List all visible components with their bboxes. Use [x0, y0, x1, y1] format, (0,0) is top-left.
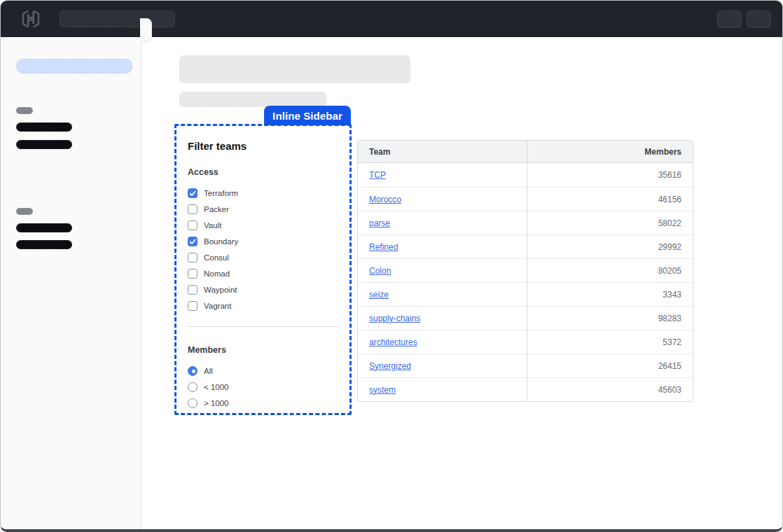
sidebar-section-label-skeleton	[16, 107, 33, 114]
sidebar-item-skeleton[interactable]	[16, 240, 72, 249]
page-subtitle-skeleton	[179, 92, 326, 107]
access-checkbox-row[interactable]: Boundary	[188, 233, 338, 249]
navbar-action-skeleton[interactable]	[717, 10, 742, 28]
checkbox[interactable]	[188, 285, 198, 295]
members-value: 5372	[663, 337, 681, 347]
checkbox-label: Vault	[204, 221, 221, 230]
team-cell: seize	[358, 283, 527, 306]
checkbox-label: Packer	[204, 205, 229, 214]
access-checkbox-row[interactable]: Terraform	[188, 185, 338, 201]
team-link[interactable]: Refined	[369, 242, 398, 252]
checkbox-label: Waypoint	[204, 286, 237, 294]
radio-button[interactable]	[188, 366, 198, 376]
table-header-members: Members	[527, 141, 693, 162]
members-value: 80205	[658, 266, 681, 276]
table-row: TCP 35616	[358, 163, 693, 187]
navbar-search-skeleton[interactable]	[60, 10, 175, 27]
team-cell: architectures	[358, 330, 527, 354]
table-row: system 45603	[358, 377, 693, 401]
members-cell: 35616	[527, 163, 693, 187]
access-checkbox-row[interactable]: Vagrant	[188, 298, 338, 314]
members-value: 58022	[658, 218, 681, 228]
team-link[interactable]: parse	[369, 218, 390, 228]
members-value: 29992	[658, 242, 681, 252]
team-cell: Colon	[358, 259, 527, 282]
radio-label: < 1000	[204, 383, 229, 391]
checkbox[interactable]	[188, 220, 198, 230]
radio-button[interactable]	[188, 398, 198, 408]
access-checkbox-row[interactable]: Nomad	[188, 265, 338, 281]
main-content: Inline Sidebar Filter teams Access Terra…	[141, 37, 782, 529]
team-cell: system	[358, 378, 527, 401]
team-link[interactable]: Synergized	[369, 361, 411, 371]
members-cell: 58022	[527, 211, 693, 234]
access-checkbox-row[interactable]: Waypoint	[188, 281, 338, 298]
table-row: Synergized 26415	[358, 354, 693, 377]
members-value: 26415	[658, 361, 681, 371]
sidebar-item-skeleton[interactable]	[16, 223, 72, 232]
team-cell: Synergized	[358, 354, 527, 377]
table-row: parse 58022	[358, 211, 693, 234]
members-radio-row[interactable]: < 1000	[188, 379, 338, 395]
navbar-action-skeleton[interactable]	[747, 10, 771, 28]
checkbox[interactable]	[188, 188, 198, 198]
access-checkbox-row[interactable]: Vault	[188, 217, 338, 233]
team-link[interactable]: supply-chains	[369, 314, 420, 323]
app-window: Inline Sidebar Filter teams Access Terra…	[0, 0, 783, 532]
sidebar-section-label-skeleton	[16, 208, 33, 215]
check-icon	[189, 239, 196, 244]
members-cell: 3343	[527, 283, 693, 306]
radio-button[interactable]	[188, 382, 198, 392]
team-cell: TCP	[358, 163, 527, 187]
access-section-label: Access	[188, 167, 338, 177]
sidebar-item-skeleton[interactable]	[16, 140, 72, 149]
team-cell: parse	[358, 211, 527, 234]
access-checkbox-row[interactable]: Consul	[188, 249, 338, 265]
checkbox-label: Consul	[204, 253, 229, 262]
table-header-row: Team Members	[358, 141, 693, 163]
access-checkbox-row[interactable]: Packer	[188, 201, 338, 217]
members-section-label: Members	[188, 345, 338, 355]
sidebar-item-skeleton[interactable]	[16, 122, 72, 132]
team-link[interactable]: TCP	[369, 170, 386, 180]
checkbox-label: Vagrant	[204, 302, 231, 310]
members-cell: 98283	[527, 307, 693, 330]
checkbox[interactable]	[188, 301, 198, 311]
sidebar-toggle-handle[interactable]	[140, 18, 152, 42]
members-cell: 46156	[527, 188, 693, 211]
radio-label: All	[204, 367, 213, 375]
team-link[interactable]: architectures	[369, 337, 417, 347]
team-link[interactable]: Colon	[369, 266, 391, 276]
checkbox[interactable]	[188, 253, 198, 262]
table-row: seize 3343	[358, 282, 693, 306]
members-cell: 29992	[527, 235, 693, 258]
inline-sidebar-badge: Inline Sidebar	[264, 106, 351, 125]
members-cell: 80205	[527, 259, 693, 282]
app-body: Inline Sidebar Filter teams Access Terra…	[1, 37, 782, 529]
section-divider	[188, 326, 338, 327]
members-cell: 45603	[527, 378, 693, 401]
sidebar-active-item-skeleton[interactable]	[16, 59, 132, 74]
members-value: 35616	[658, 170, 681, 180]
hashicorp-logo-icon	[20, 8, 41, 29]
checkbox[interactable]	[188, 204, 198, 214]
team-link[interactable]: Morocco	[369, 195, 401, 204]
team-cell: Morocco	[358, 188, 527, 211]
members-value: 98283	[658, 314, 681, 323]
team-link[interactable]: seize	[369, 290, 389, 300]
table-row: Morocco 46156	[358, 187, 693, 211]
checkbox-label: Boundary	[204, 237, 238, 246]
team-cell: Refined	[358, 235, 527, 258]
team-link[interactable]: system	[369, 385, 396, 395]
members-value: 3343	[663, 290, 681, 300]
radio-label: > 1000	[204, 399, 229, 407]
members-radio-row[interactable]: All	[188, 363, 338, 379]
members-cell: 26415	[527, 354, 693, 377]
checkbox[interactable]	[188, 269, 198, 279]
table-header-team: Team	[358, 141, 527, 162]
app-sidebar	[1, 37, 141, 529]
checkbox[interactable]	[188, 237, 198, 246]
members-radio-row[interactable]: > 1000	[188, 395, 338, 411]
table-row: architectures 5372	[358, 330, 693, 354]
top-navbar	[1, 1, 782, 37]
